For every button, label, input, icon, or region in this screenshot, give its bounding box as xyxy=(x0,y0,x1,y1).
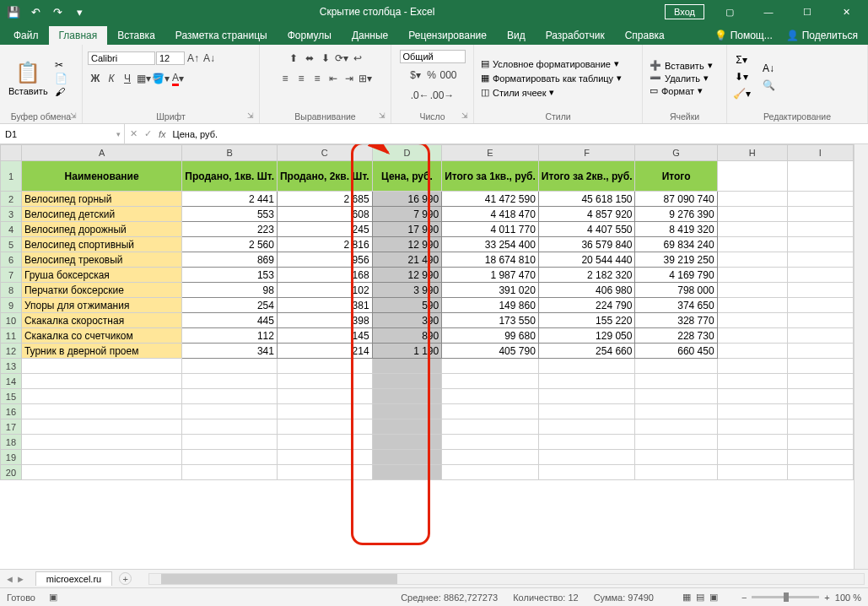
header-cell[interactable]: Итого xyxy=(635,161,717,192)
cell[interactable] xyxy=(635,404,717,419)
delete-cells-button[interactable]: ➖Удалить▾ xyxy=(648,72,714,84)
cell[interactable] xyxy=(787,359,853,374)
insert-cells-button[interactable]: ➕Вставить▾ xyxy=(648,59,714,72)
align-left-button[interactable]: ≡ xyxy=(278,70,293,87)
data-cell[interactable]: 245 xyxy=(277,222,372,237)
italic-button[interactable]: К xyxy=(104,70,119,87)
data-cell[interactable]: 4 407 550 xyxy=(538,222,635,237)
cell[interactable] xyxy=(442,389,539,404)
cell[interactable] xyxy=(787,374,853,389)
maximize-button[interactable]: ☐ xyxy=(789,0,826,24)
cell[interactable] xyxy=(635,435,717,450)
cell[interactable] xyxy=(787,419,853,435)
col-header-E[interactable]: E xyxy=(442,145,539,161)
header-cell[interactable]: Цена, руб. xyxy=(372,161,442,192)
cell[interactable] xyxy=(182,374,278,389)
cell[interactable] xyxy=(635,389,717,404)
vertical-scrollbar[interactable] xyxy=(854,144,868,569)
data-cell[interactable]: 406 980 xyxy=(538,283,635,298)
data-cell[interactable]: 145 xyxy=(277,328,372,344)
align-launcher[interactable]: ⇲ xyxy=(379,111,389,122)
zoom-slider[interactable] xyxy=(752,596,819,598)
comma-button[interactable]: 000 xyxy=(439,67,456,84)
cell[interactable] xyxy=(717,359,787,374)
undo-button[interactable]: ↶ xyxy=(25,3,46,21)
row-header[interactable]: 18 xyxy=(1,435,22,450)
data-cell[interactable]: 2 560 xyxy=(182,237,278,252)
cell[interactable] xyxy=(787,328,853,344)
data-cell[interactable]: 4 169 790 xyxy=(635,268,717,283)
row-header[interactable]: 20 xyxy=(1,465,22,480)
fill-color-button[interactable]: 🪣▾ xyxy=(152,70,170,87)
cell[interactable] xyxy=(21,374,181,389)
cell[interactable] xyxy=(182,389,278,404)
data-cell[interactable]: 12 990 xyxy=(372,237,442,252)
find-button[interactable]: 🔍 xyxy=(759,79,778,95)
data-cell[interactable]: 381 xyxy=(277,298,372,313)
format-as-table-button[interactable]: ▦Форматировать как таблицу▾ xyxy=(479,72,623,84)
cell[interactable] xyxy=(21,450,181,465)
name-cell[interactable]: Велосипед спортивный xyxy=(21,237,181,252)
row-header[interactable]: 19 xyxy=(1,450,22,465)
col-header-H[interactable]: H xyxy=(717,145,787,161)
cell[interactable] xyxy=(635,374,717,389)
name-cell[interactable]: Велосипед трековый xyxy=(21,252,181,268)
row-header[interactable]: 10 xyxy=(1,313,22,328)
cell[interactable] xyxy=(372,404,442,419)
data-cell[interactable]: 228 730 xyxy=(635,328,717,344)
dec-decimal-button[interactable]: .00→ xyxy=(430,87,455,104)
cell[interactable] xyxy=(635,359,717,374)
ribbon-display-options[interactable]: ▢ xyxy=(711,0,748,24)
sheet-nav-next[interactable]: ► xyxy=(16,574,25,584)
header-cell[interactable]: Продано, 2кв. Шт. xyxy=(277,161,372,192)
name-cell[interactable]: Велосипед горный xyxy=(21,192,181,207)
number-format-select[interactable] xyxy=(400,50,466,63)
cell[interactable] xyxy=(538,419,635,435)
data-cell[interactable]: 129 050 xyxy=(538,328,635,344)
data-cell[interactable]: 445 xyxy=(182,313,278,328)
login-button[interactable]: Вход xyxy=(665,4,704,19)
cell[interactable] xyxy=(717,435,787,450)
tab-рецензирование[interactable]: Рецензирование xyxy=(398,26,497,45)
row-header[interactable]: 6 xyxy=(1,252,22,268)
cell[interactable] xyxy=(787,404,853,419)
cell[interactable] xyxy=(372,435,442,450)
tab-главная[interactable]: Главная xyxy=(49,26,108,45)
data-cell[interactable]: 18 674 810 xyxy=(442,252,539,268)
data-cell[interactable]: 168 xyxy=(277,268,372,283)
data-cell[interactable]: 45 618 150 xyxy=(538,192,635,207)
cell[interactable] xyxy=(717,313,787,328)
cell[interactable] xyxy=(21,465,181,480)
cell[interactable] xyxy=(787,450,853,465)
cell[interactable] xyxy=(21,404,181,419)
font-color-button[interactable]: A▾ xyxy=(170,70,186,87)
cell[interactable] xyxy=(538,450,635,465)
cell[interactable] xyxy=(717,298,787,313)
data-cell[interactable]: 4 011 770 xyxy=(442,222,539,237)
cell[interactable] xyxy=(717,192,787,207)
fill-button[interactable]: ⬇▾ xyxy=(732,71,751,86)
cell[interactable] xyxy=(787,465,853,480)
col-header-D[interactable]: D xyxy=(372,145,442,161)
cell[interactable] xyxy=(277,435,372,450)
data-cell[interactable]: 173 550 xyxy=(442,313,539,328)
data-cell[interactable]: 798 000 xyxy=(635,283,717,298)
data-cell[interactable]: 660 450 xyxy=(635,344,717,359)
col-header-B[interactable]: B xyxy=(182,145,278,161)
cell[interactable] xyxy=(372,450,442,465)
row-header-1[interactable]: 1 xyxy=(1,161,22,192)
data-cell[interactable]: 98 xyxy=(182,283,278,298)
cell[interactable] xyxy=(717,389,787,404)
row-header[interactable]: 14 xyxy=(1,374,22,389)
data-cell[interactable]: 12 990 xyxy=(372,268,442,283)
data-cell[interactable]: 69 834 240 xyxy=(635,237,717,252)
col-header-I[interactable]: I xyxy=(787,145,853,161)
format-painter-button[interactable]: 🖌 xyxy=(55,86,67,98)
row-header[interactable]: 7 xyxy=(1,268,22,283)
cell[interactable] xyxy=(538,359,635,374)
data-cell[interactable]: 8 419 320 xyxy=(635,222,717,237)
cell[interactable] xyxy=(717,252,787,268)
cell[interactable] xyxy=(787,283,853,298)
cell[interactable] xyxy=(787,222,853,237)
cell[interactable] xyxy=(277,359,372,374)
